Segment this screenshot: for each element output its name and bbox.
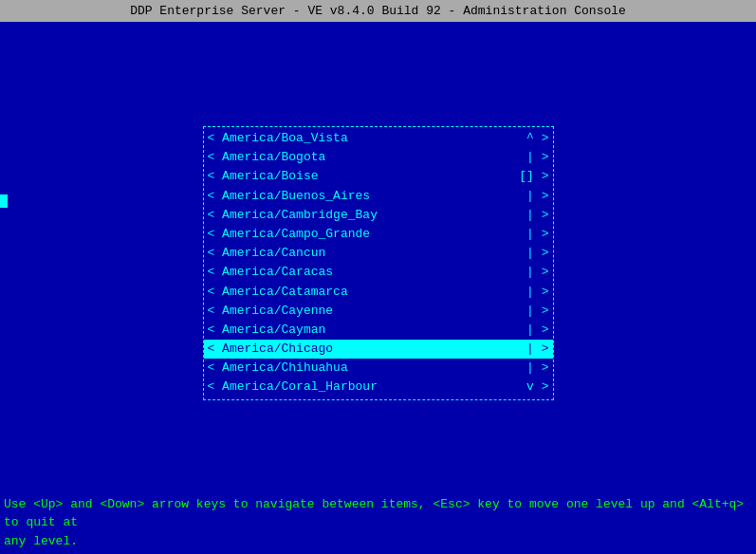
main-content: < America/Boa_Vista ^ >< America/Bogota …: [0, 22, 756, 400]
list-item[interactable]: < America/Chihuahua | >: [204, 359, 553, 378]
list-item[interactable]: < America/Boa_Vista ^ >: [204, 129, 553, 148]
list-item-scroll-indicator: | >: [519, 322, 548, 339]
list-item-scroll-indicator: | >: [519, 226, 548, 243]
list-item-label: < America/Cancun: [208, 245, 326, 262]
list-item[interactable]: < America/Chicago | >: [204, 340, 553, 359]
list-item-label: < America/Caracas: [208, 264, 334, 281]
list-item[interactable]: < America/Bogota | >: [204, 148, 553, 167]
list-item-scroll-indicator: | >: [519, 341, 548, 358]
status-line1: Use <Up> and <Down> arrow keys to naviga…: [4, 495, 752, 532]
list-item-label: < America/Cayman: [208, 322, 326, 339]
title-text: DDP Enterprise Server - VE v8.4.0 Build …: [130, 4, 626, 18]
list-item-label: < America/Coral_Harbour: [208, 379, 378, 396]
list-item-scroll-indicator: | >: [519, 360, 548, 377]
list-item[interactable]: < America/Cayenne | >: [204, 302, 553, 321]
list-box[interactable]: < America/Boa_Vista ^ >< America/Bogota …: [203, 126, 554, 400]
list-item-label: < America/Chicago: [208, 341, 334, 358]
title-bar: DDP Enterprise Server - VE v8.4.0 Build …: [0, 0, 756, 22]
list-item[interactable]: < America/Cambridge_Bay | >: [204, 206, 553, 225]
list-item[interactable]: < America/Cancun | >: [204, 244, 553, 263]
list-item[interactable]: < America/Coral_Harbour v >: [204, 378, 553, 397]
status-line2: any level.: [4, 532, 752, 551]
list-item-label: < America/Boa_Vista: [208, 130, 348, 147]
list-item-label: < America/Cayenne: [208, 303, 334, 320]
list-item-label: < America/Cambridge_Bay: [208, 207, 378, 224]
list-item-label: < America/Boise: [208, 168, 319, 185]
list-item-scroll-indicator: | >: [519, 207, 548, 224]
list-item-scroll-indicator: ^ >: [519, 130, 548, 147]
list-item[interactable]: < America/Catamarca | >: [204, 283, 553, 302]
list-item-label: < America/Campo_Grande: [208, 226, 371, 243]
list-item-scroll-indicator: | >: [519, 188, 548, 205]
list-item-scroll-indicator: | >: [519, 264, 548, 281]
list-item-scroll-indicator: | >: [519, 303, 548, 320]
list-item-scroll-indicator: | >: [519, 149, 548, 166]
list-item[interactable]: < America/Campo_Grande | >: [204, 225, 553, 244]
list-item[interactable]: < America/Caracas | >: [204, 263, 553, 282]
list-item-scroll-indicator: [] >: [511, 168, 548, 185]
status-bar: Use <Up> and <Down> arrow keys to naviga…: [0, 489, 756, 555]
list-item-scroll-indicator: | >: [519, 245, 548, 262]
list-item-label: < America/Buenos_Aires: [208, 188, 371, 205]
list-item[interactable]: < America/Boise [] >: [204, 167, 553, 186]
list-item-scroll-indicator: | >: [519, 284, 548, 301]
cursor: [0, 194, 8, 208]
list-item-label: < America/Chihuahua: [208, 360, 348, 377]
list-item-label: < America/Catamarca: [208, 284, 348, 301]
list-item[interactable]: < America/Cayman | >: [204, 321, 553, 340]
list-item[interactable]: < America/Buenos_Aires | >: [204, 187, 553, 206]
list-item-label: < America/Bogota: [208, 149, 326, 166]
list-item-scroll-indicator: v >: [519, 379, 548, 396]
